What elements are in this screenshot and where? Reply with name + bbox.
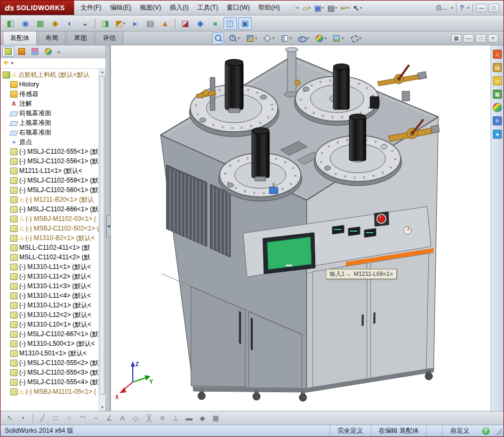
junction-box[interactable]: [370, 97, 379, 108]
menu-item[interactable]: 插入(I): [165, 2, 193, 14]
tree-item[interactable]: (-) MSLJ-C1102-560<1> (默: [1, 185, 99, 195]
trim-tool[interactable]: ╳: [145, 414, 153, 422]
dropdown-icon[interactable]: ▾: [348, 6, 350, 10]
solidworks-resources-icon[interactable]: ⌂: [493, 50, 502, 59]
menu-item[interactable]: 编辑(E): [106, 2, 135, 14]
hide-show-button[interactable]: ▾: [296, 33, 311, 44]
tree-item[interactable]: (-) M1310-L11<1> (默认<: [1, 262, 99, 272]
tree-item[interactable]: History: [1, 80, 99, 89]
print-button[interactable]: ▤▾: [326, 3, 338, 13]
dropdown-icon[interactable]: ▾: [307, 36, 309, 41]
section-view-button[interactable]: ▾: [244, 33, 259, 44]
featuremanager-tab[interactable]: [2, 46, 14, 57]
doc-close-button[interactable]: ×: [488, 34, 498, 43]
design-library-icon[interactable]: ▤: [493, 63, 502, 72]
tab-装配体[interactable]: 装配体: [3, 31, 37, 45]
tree-item[interactable]: (-) MSLJ-C1102-555<1> (默: [1, 147, 99, 156]
insert-component-button[interactable]: ◧: [4, 17, 17, 30]
tree-item[interactable]: (-) M1310-L12<2> (默认<: [1, 310, 99, 320]
dropdown-icon[interactable]: ▾: [123, 21, 125, 26]
dropdown-icon[interactable]: ▾: [309, 6, 311, 10]
measure-button[interactable]: ◆: [194, 17, 207, 30]
view-settings-button[interactable]: ▾: [348, 33, 363, 44]
interference-button[interactable]: ◪: [179, 17, 192, 30]
tree-item[interactable]: ⚠(-) M1310-B2<1> (默认<: [1, 233, 99, 243]
tree-item[interactable]: (-) MSLJ-C1102-555<4> (默: [1, 377, 99, 387]
tree-scrollbar[interactable]: ▲ ▼: [99, 69, 106, 411]
tree-item[interactable]: ⚠(-) MSBJ-M1102-03<1> (: [1, 214, 99, 224]
menu-item[interactable]: 视图(V): [135, 2, 165, 14]
line-tool[interactable]: ╱: [38, 414, 46, 422]
menu-item[interactable]: 文件(F): [76, 2, 106, 14]
dropdown-icon[interactable]: ▾: [290, 36, 292, 41]
tab-草图[interactable]: 草图: [67, 31, 94, 45]
tree-item[interactable]: (-) MSLJ-C1102-555<3> (默: [1, 368, 99, 377]
tree-item[interactable]: (-) M1310-L500<1> (默认<: [1, 339, 99, 348]
tree-item[interactable]: (-) M1310-L12<1> (默认<: [1, 300, 99, 310]
dropdown-icon[interactable]: ▾: [335, 6, 337, 10]
quick-tips-icon[interactable]: ?: [482, 427, 490, 435]
circle-tool[interactable]: ○: [65, 414, 73, 422]
filter-dropdown-icon[interactable]: ▼: [10, 61, 14, 66]
tank-rear-left[interactable]: [189, 59, 279, 137]
pressure-gauge[interactable]: [404, 227, 411, 234]
centerline-tool[interactable]: ▬: [185, 414, 193, 422]
forum-icon[interactable]: ●: [493, 130, 502, 139]
assembly-model[interactable]: [111, 45, 491, 411]
exploded-view-button[interactable]: ▲: [158, 17, 172, 30]
doc-restore-button[interactable]: ▦: [451, 34, 461, 43]
reference-geometry-button[interactable]: ◩▾: [114, 17, 127, 30]
motor[interactable]: [349, 114, 366, 161]
menu-item[interactable]: 窗口(W): [222, 2, 254, 14]
graphics-viewport[interactable]: 输入1 ← M1211-L68<1> Z Y X: [111, 45, 491, 411]
motor[interactable]: [252, 128, 269, 181]
tree-item[interactable]: (-) M1310-L11<2> (默认<: [1, 272, 99, 281]
status-custom-menu[interactable]: 自定义: [442, 425, 477, 436]
dropdown-icon[interactable]: ▾: [255, 36, 258, 41]
dropdown-icon[interactable]: ▾: [342, 36, 344, 41]
brass-valve[interactable]: [378, 66, 427, 86]
relations-tool[interactable]: ≡: [158, 414, 166, 422]
search-input[interactable]: 点...: [436, 3, 447, 12]
tree-item[interactable]: A注解: [1, 99, 99, 108]
tree-item[interactable]: M1211-L11<1> (默认<: [1, 166, 99, 176]
help-dropdown-icon[interactable]: ▾: [467, 6, 469, 10]
tree-item[interactable]: 右视基准面: [1, 128, 99, 137]
select-button[interactable]: ↖▾: [352, 3, 363, 13]
tree-item[interactable]: 上视基准面: [1, 118, 99, 128]
tree-item[interactable]: (-) M1310-L11<3> (默认<: [1, 281, 99, 291]
tree-item[interactable]: 前视基准面: [1, 108, 99, 118]
doc-maximize-button[interactable]: □: [476, 34, 486, 43]
motor[interactable]: [333, 64, 349, 110]
tab-布局[interactable]: 布局: [38, 31, 66, 45]
view-orientation-button[interactable]: ▾: [261, 33, 276, 44]
view-palette-icon[interactable]: ▦: [493, 90, 502, 99]
mate-button[interactable]: ◉: [19, 17, 32, 30]
large-design-review-button[interactable]: ▣: [238, 17, 252, 30]
tree-item[interactable]: MSLL-C1102-411<2> (默: [1, 252, 99, 262]
tree-item[interactable]: (-) MSLJ-C1102-559<1> (默: [1, 176, 99, 185]
panel-overflow-icon[interactable]: »: [57, 49, 60, 55]
pattern-tool[interactable]: ▦: [212, 414, 220, 422]
perpendicular-tool[interactable]: ⊥: [172, 414, 180, 422]
tree-item[interactable]: 传感器: [1, 89, 99, 99]
panel-splitter[interactable]: ◀: [106, 45, 111, 411]
show-hidden-button[interactable]: ◒: [78, 17, 92, 30]
zoom-fit-button[interactable]: [212, 33, 224, 44]
mirror-tool[interactable]: ◆: [198, 414, 206, 422]
appearance-button[interactable]: ●: [209, 17, 222, 30]
dropdown-icon[interactable]: ▾: [273, 36, 275, 41]
smart-fasteners-button[interactable]: ◆: [49, 17, 62, 30]
dropdown-icon[interactable]: ▾: [238, 36, 240, 41]
propertymanager-tab[interactable]: [15, 46, 28, 57]
minimize-button[interactable]: —: [476, 4, 487, 12]
apply-scene-button[interactable]: ▾: [331, 33, 346, 44]
scroll-down-icon[interactable]: ▼: [99, 404, 106, 411]
menu-item[interactable]: 帮助(H): [254, 2, 284, 14]
dropdown-icon[interactable]: ▾: [359, 36, 362, 41]
text-tool[interactable]: A: [118, 414, 126, 422]
maximize-button[interactable]: □: [489, 4, 499, 12]
tree-item[interactable]: ⚠(-) M1211-B20<1> (默认: [1, 195, 99, 204]
tree-item[interactable]: ⚠点胶机上料机 (默认<默认: [1, 70, 99, 80]
splitter-collapse-button[interactable]: ◀: [106, 215, 111, 237]
